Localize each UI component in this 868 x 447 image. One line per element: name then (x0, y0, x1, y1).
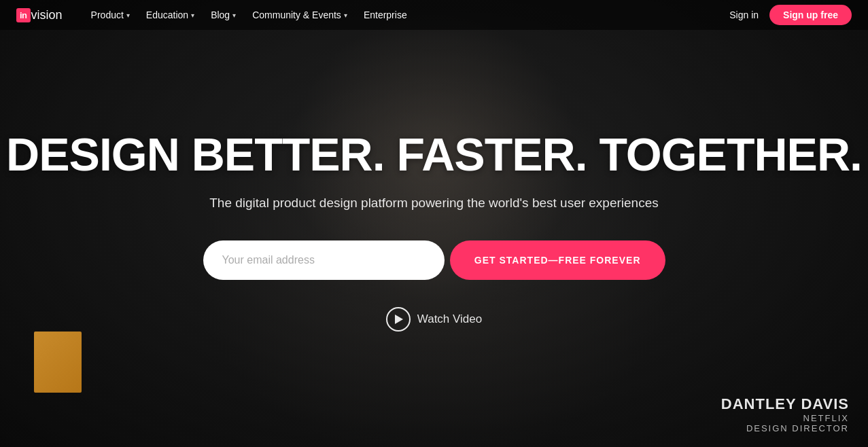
nav-enterprise[interactable]: Enterprise (357, 5, 414, 24)
logo-text: vision (31, 8, 63, 22)
main-nav: in vision Product ▾ Education ▾ Blog ▾ C… (0, 0, 868, 30)
watch-video-button[interactable]: Watch Video (386, 307, 482, 332)
nav-links: Product ▾ Education ▾ Blog ▾ Community &… (84, 5, 730, 24)
get-started-button[interactable]: GET STARTED—FREE FOREVER (450, 240, 665, 280)
nav-education[interactable]: Education ▾ (139, 5, 201, 24)
chevron-down-icon: ▾ (344, 12, 347, 19)
watch-video-label: Watch Video (417, 312, 482, 326)
hero-subtitle: The digital product design platform powe… (209, 196, 659, 211)
play-triangle-icon (395, 315, 403, 324)
logo-box: in (16, 8, 31, 22)
sign-in-link[interactable]: Sign in (729, 10, 759, 20)
credit-company: NETFLIX (721, 413, 849, 423)
play-circle-icon (386, 307, 411, 332)
nav-product[interactable]: Product ▾ (84, 5, 137, 24)
hero-title: DESIGN BETTER. FASTER. TOGETHER. (6, 129, 862, 180)
chevron-down-icon: ▾ (126, 12, 130, 19)
email-input[interactable] (203, 240, 445, 280)
hero-content: DESIGN BETTER. FASTER. TOGETHER. The dig… (0, 0, 868, 447)
person-credit: DANTLEY DAVIS NETFLIX DESIGN DIRECTOR (721, 395, 849, 433)
chevron-down-icon: ▾ (191, 12, 194, 19)
logo-link[interactable]: in vision (16, 8, 63, 22)
nav-community-events[interactable]: Community & Events ▾ (245, 5, 354, 24)
hero-cta-row: GET STARTED—FREE FOREVER (203, 240, 665, 280)
hero-section: in vision Product ▾ Education ▾ Blog ▾ C… (0, 0, 868, 447)
credit-role: DESIGN DIRECTOR (721, 423, 849, 433)
credit-name: DANTLEY DAVIS (721, 395, 849, 413)
nav-blog[interactable]: Blog ▾ (204, 5, 243, 24)
chevron-down-icon: ▾ (232, 12, 236, 19)
signup-button[interactable]: Sign up free (769, 5, 852, 25)
nav-right: Sign in Sign up free (729, 5, 852, 25)
